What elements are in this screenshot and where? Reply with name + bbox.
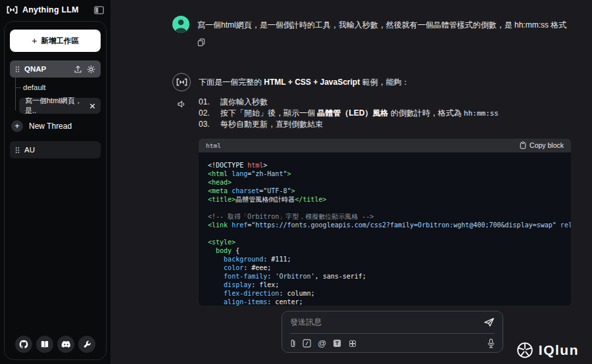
composer: 發送訊息: [282, 311, 503, 353]
thread-item-default[interactable]: default: [23, 79, 101, 96]
message-input[interactable]: 發送訊息: [290, 311, 495, 333]
code-block: html Copy block <!DOCTYPE html><html: [199, 139, 571, 306]
book-icon: [40, 340, 49, 348]
workspace-name: AU: [24, 146, 35, 154]
composer-toolbar: @: [290, 334, 495, 353]
person-icon: [172, 16, 189, 33]
new-thread-label: New Thread: [29, 122, 72, 131]
thread-label: default: [23, 83, 46, 91]
sidebar-panel: + 新增工作區 QNAP: [4, 21, 107, 360]
attach-button[interactable]: [290, 338, 296, 348]
user-message-block: 寫一個html網頁，是一個倒計時的工具，我輸入秒數，然後就有一個晶體管樣式的倒數…: [111, 0, 592, 47]
github-icon: [19, 340, 28, 349]
microphone-icon: [487, 338, 495, 348]
code-language-label: html: [206, 142, 221, 149]
assistant-intro-text: 下面是一個完整的 HTML + CSS + JavaScript 範例，能夠：: [199, 76, 571, 89]
user-avatar: [172, 16, 189, 33]
sidebar: Anything LLM + 新增工作區: [0, 0, 111, 364]
sidebar-header: Anything LLM: [0, 0, 111, 20]
plugins-button[interactable]: [348, 339, 357, 348]
thread-item-active[interactable]: 寫一個html網頁，是..: [19, 98, 101, 114]
settings-button[interactable]: [78, 336, 95, 353]
user-message-text: 寫一個html網頁，是一個倒計時的工具，我輸入秒數，然後就有一個晶體管樣式的倒數…: [197, 19, 570, 32]
microphone-button[interactable]: [487, 338, 495, 348]
user-message-body: 寫一個html網頁，是一個倒計時的工具，我輸入秒數，然後就有一個晶體管樣式的倒數…: [197, 16, 570, 47]
app-window: Anything LLM + 新增工作區: [0, 0, 592, 364]
send-icon: [483, 317, 495, 327]
tts-button[interactable]: [177, 100, 187, 108]
code-content: <!DOCTYPE html><html lang="zh-Hant"><hea…: [199, 152, 571, 306]
new-workspace-button[interactable]: + 新增工作區: [10, 30, 101, 52]
drag-handle-icon[interactable]: [15, 66, 20, 73]
copy-block-label: Copy block: [530, 141, 564, 149]
sidebar-footer: [5, 336, 106, 353]
mention-agent-button[interactable]: @: [318, 338, 326, 348]
speaker-icon: [177, 100, 187, 108]
list-item: 01.讓你輸入秒數: [199, 98, 571, 106]
thread-tree: default 寫一個html網頁，是..: [10, 79, 101, 114]
upload-icon[interactable]: [74, 65, 82, 74]
text-size-icon: [333, 339, 341, 348]
new-thread-button[interactable]: + New Thread: [11, 120, 72, 132]
new-workspace-label: 新增工作區: [41, 36, 79, 46]
tree-line: [15, 78, 16, 110]
assistant-message-body: 下面是一個完整的 HTML + CSS + JavaScript 範例，能夠： …: [199, 73, 571, 306]
paperclip-icon: [290, 338, 296, 348]
input-placeholder: 發送訊息: [290, 317, 322, 328]
discord-icon: [61, 340, 71, 348]
plus-icon: +: [32, 35, 37, 46]
clipboard-icon: [520, 141, 526, 149]
workspace-item-qnap[interactable]: QNAP: [10, 60, 101, 78]
text-size-button[interactable]: [333, 339, 341, 348]
at-icon: @: [318, 338, 326, 348]
list-item: 02.按下「開始」後，顯示一個 晶體管（LED）風格 的倒數計時，格式為 hh:…: [199, 109, 571, 118]
copy-message-button[interactable]: [197, 38, 205, 47]
send-button[interactable]: [483, 317, 495, 327]
assistant-avatar: [172, 73, 191, 91]
wrench-icon: [83, 340, 91, 349]
sidebar-toggle-button[interactable]: [94, 6, 104, 14]
code-block-header: html Copy block: [199, 139, 571, 152]
copy-block-button[interactable]: Copy block: [520, 141, 564, 149]
app-title: Anything LLM: [22, 5, 79, 14]
list-item: 03.每秒自動更新，直到倒數結束: [199, 120, 571, 129]
plus-icon: +: [11, 120, 23, 132]
workspace-name: QNAP: [24, 65, 46, 73]
slash-command-button[interactable]: [303, 339, 311, 348]
iqlun-watermark: IQlun: [516, 342, 579, 359]
copy-icon: [197, 38, 205, 47]
github-button[interactable]: [15, 336, 32, 353]
thread-label: 寫一個html網頁，是..: [25, 96, 86, 116]
assistant-list: 01.讓你輸入秒數02.按下「開始」後，顯示一個 晶體管（LED）風格 的倒數計…: [199, 98, 571, 129]
panel-toggle-icon: [94, 6, 104, 14]
docs-button[interactable]: [36, 336, 53, 353]
drag-handle-icon[interactable]: [15, 147, 20, 154]
discord-button[interactable]: [57, 336, 74, 353]
workspace-item-au[interactable]: AU: [10, 141, 101, 158]
anythingllm-logo-icon: [176, 78, 187, 86]
assistant-message-block: 下面是一個完整的 HTML + CSS + JavaScript 範例，能夠： …: [111, 73, 592, 306]
gear-icon[interactable]: [87, 65, 95, 74]
chat-area: 寫一個html網頁，是一個倒計時的工具，我輸入秒數，然後就有一個晶體管樣式的倒數…: [111, 0, 592, 364]
shutter-icon: [516, 342, 533, 359]
assistant-gutter: [172, 73, 191, 306]
clover-icon: [348, 339, 357, 348]
slash-square-icon: [303, 339, 311, 348]
watermark-text: IQlun: [539, 342, 579, 358]
close-icon[interactable]: [89, 102, 96, 110]
anythingllm-logo-icon: [7, 6, 18, 14]
